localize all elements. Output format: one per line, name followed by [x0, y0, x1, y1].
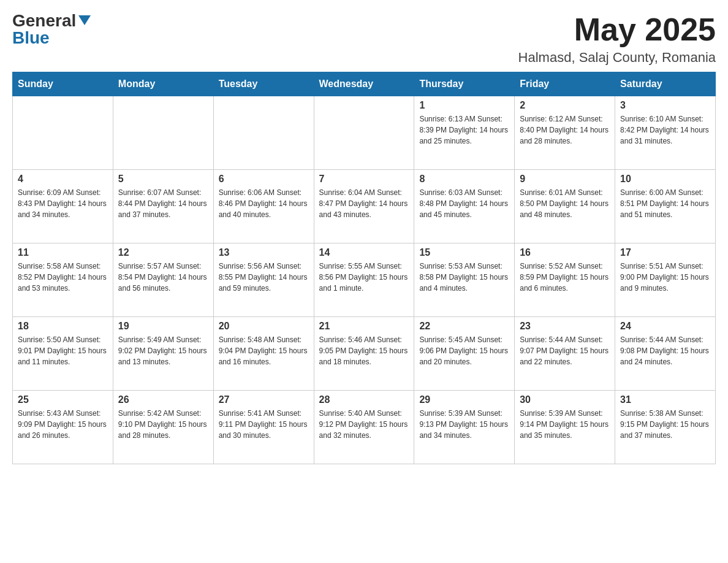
day-number: 31 [620, 394, 710, 405]
calendar-cell: 6Sunrise: 6:06 AM Sunset: 8:46 PM Daylig… [213, 170, 314, 243]
day-number: 9 [520, 174, 610, 185]
day-info: Sunrise: 5:38 AM Sunset: 9:15 PM Dayligh… [620, 408, 710, 441]
calendar-cell [13, 96, 113, 170]
day-info: Sunrise: 6:12 AM Sunset: 8:40 PM Dayligh… [520, 113, 610, 147]
calendar-cell: 31Sunrise: 5:38 AM Sunset: 9:15 PM Dayli… [615, 391, 716, 464]
logo: General Blue [12, 12, 91, 47]
day-number: 18 [18, 321, 108, 332]
weekday-header-wednesday: Wednesday [314, 72, 414, 96]
day-number: 25 [18, 394, 108, 405]
day-info: Sunrise: 5:42 AM Sunset: 9:10 PM Dayligh… [118, 408, 208, 441]
day-info: Sunrise: 5:43 AM Sunset: 9:09 PM Dayligh… [18, 408, 108, 441]
day-info: Sunrise: 5:51 AM Sunset: 9:00 PM Dayligh… [620, 261, 710, 294]
calendar-cell: 30Sunrise: 5:39 AM Sunset: 9:14 PM Dayli… [515, 391, 615, 464]
calendar-cell: 20Sunrise: 5:48 AM Sunset: 9:04 PM Dayli… [213, 317, 314, 391]
day-number: 26 [118, 394, 208, 405]
day-info: Sunrise: 5:55 AM Sunset: 8:56 PM Dayligh… [319, 261, 409, 294]
day-info: Sunrise: 5:56 AM Sunset: 8:55 PM Dayligh… [219, 261, 309, 294]
title-block: May 2025 Halmasd, Salaj County, Romania [518, 12, 716, 66]
calendar-cell: 5Sunrise: 6:07 AM Sunset: 8:44 PM Daylig… [113, 170, 213, 243]
day-number: 22 [419, 321, 509, 332]
calendar-cell: 4Sunrise: 6:09 AM Sunset: 8:43 PM Daylig… [13, 170, 113, 243]
day-number: 7 [319, 174, 409, 185]
calendar-cell: 23Sunrise: 5:44 AM Sunset: 9:07 PM Dayli… [515, 317, 615, 391]
day-number: 27 [219, 394, 309, 405]
day-number: 1 [419, 100, 509, 111]
day-info: Sunrise: 5:52 AM Sunset: 8:59 PM Dayligh… [520, 261, 610, 294]
day-info: Sunrise: 5:48 AM Sunset: 9:04 PM Dayligh… [219, 334, 309, 367]
calendar-table: SundayMondayTuesdayWednesdayThursdayFrid… [12, 72, 716, 464]
calendar-cell: 8Sunrise: 6:03 AM Sunset: 8:48 PM Daylig… [414, 170, 515, 243]
calendar-week-row: 1Sunrise: 6:13 AM Sunset: 8:39 PM Daylig… [13, 96, 716, 170]
day-number: 11 [18, 247, 108, 258]
calendar-week-row: 4Sunrise: 6:09 AM Sunset: 8:43 PM Daylig… [13, 170, 716, 243]
logo-triangle-icon [78, 15, 91, 25]
day-info: Sunrise: 5:40 AM Sunset: 9:12 PM Dayligh… [319, 408, 409, 441]
day-info: Sunrise: 5:45 AM Sunset: 9:06 PM Dayligh… [419, 334, 509, 367]
weekday-header-sunday: Sunday [13, 72, 113, 96]
day-number: 24 [620, 321, 710, 332]
day-number: 8 [419, 174, 509, 185]
day-number: 29 [419, 394, 509, 405]
day-info: Sunrise: 6:03 AM Sunset: 8:48 PM Dayligh… [419, 187, 509, 220]
calendar-cell: 22Sunrise: 5:45 AM Sunset: 9:06 PM Dayli… [414, 317, 515, 391]
day-number: 17 [620, 247, 710, 258]
calendar-week-row: 18Sunrise: 5:50 AM Sunset: 9:01 PM Dayli… [13, 317, 716, 391]
logo-blue-text: Blue [12, 29, 50, 47]
day-number: 20 [219, 321, 309, 332]
calendar-cell: 18Sunrise: 5:50 AM Sunset: 9:01 PM Dayli… [13, 317, 113, 391]
calendar-week-row: 25Sunrise: 5:43 AM Sunset: 9:09 PM Dayli… [13, 391, 716, 464]
calendar-cell [314, 96, 414, 170]
day-number: 19 [118, 321, 208, 332]
weekday-header-tuesday: Tuesday [213, 72, 314, 96]
weekday-header-row: SundayMondayTuesdayWednesdayThursdayFrid… [13, 72, 716, 96]
calendar-cell: 27Sunrise: 5:41 AM Sunset: 9:11 PM Dayli… [213, 391, 314, 464]
day-number: 3 [620, 100, 710, 111]
calendar-cell: 19Sunrise: 5:49 AM Sunset: 9:02 PM Dayli… [113, 317, 213, 391]
logo-general-text: General [12, 12, 76, 29]
calendar-cell: 16Sunrise: 5:52 AM Sunset: 8:59 PM Dayli… [515, 243, 615, 317]
day-info: Sunrise: 6:07 AM Sunset: 8:44 PM Dayligh… [118, 187, 208, 220]
calendar-cell: 28Sunrise: 5:40 AM Sunset: 9:12 PM Dayli… [314, 391, 414, 464]
day-number: 2 [520, 100, 610, 111]
day-number: 4 [18, 174, 108, 185]
day-info: Sunrise: 6:01 AM Sunset: 8:50 PM Dayligh… [520, 187, 610, 220]
weekday-header-monday: Monday [113, 72, 213, 96]
day-number: 23 [520, 321, 610, 332]
calendar-cell: 15Sunrise: 5:53 AM Sunset: 8:58 PM Dayli… [414, 243, 515, 317]
weekday-header-thursday: Thursday [414, 72, 515, 96]
calendar-cell: 12Sunrise: 5:57 AM Sunset: 8:54 PM Dayli… [113, 243, 213, 317]
day-info: Sunrise: 5:44 AM Sunset: 9:08 PM Dayligh… [620, 334, 710, 367]
day-info: Sunrise: 6:09 AM Sunset: 8:43 PM Dayligh… [18, 187, 108, 220]
weekday-header-saturday: Saturday [615, 72, 716, 96]
calendar-cell: 26Sunrise: 5:42 AM Sunset: 9:10 PM Dayli… [113, 391, 213, 464]
calendar-cell: 13Sunrise: 5:56 AM Sunset: 8:55 PM Dayli… [213, 243, 314, 317]
day-number: 14 [319, 247, 409, 258]
day-info: Sunrise: 5:39 AM Sunset: 9:14 PM Dayligh… [520, 408, 610, 441]
day-info: Sunrise: 5:46 AM Sunset: 9:05 PM Dayligh… [319, 334, 409, 367]
weekday-header-friday: Friday [515, 72, 615, 96]
day-info: Sunrise: 5:44 AM Sunset: 9:07 PM Dayligh… [520, 334, 610, 367]
calendar-week-row: 11Sunrise: 5:58 AM Sunset: 8:52 PM Dayli… [13, 243, 716, 317]
day-number: 16 [520, 247, 610, 258]
day-number: 10 [620, 174, 710, 185]
day-info: Sunrise: 5:53 AM Sunset: 8:58 PM Dayligh… [419, 261, 509, 294]
day-number: 15 [419, 247, 509, 258]
day-info: Sunrise: 5:50 AM Sunset: 9:01 PM Dayligh… [18, 334, 108, 367]
calendar-cell: 21Sunrise: 5:46 AM Sunset: 9:05 PM Dayli… [314, 317, 414, 391]
calendar-cell: 25Sunrise: 5:43 AM Sunset: 9:09 PM Dayli… [13, 391, 113, 464]
day-number: 13 [219, 247, 309, 258]
day-number: 5 [118, 174, 208, 185]
day-info: Sunrise: 6:06 AM Sunset: 8:46 PM Dayligh… [219, 187, 309, 220]
calendar-cell: 29Sunrise: 5:39 AM Sunset: 9:13 PM Dayli… [414, 391, 515, 464]
day-info: Sunrise: 5:57 AM Sunset: 8:54 PM Dayligh… [118, 261, 208, 294]
day-number: 21 [319, 321, 409, 332]
day-info: Sunrise: 5:41 AM Sunset: 9:11 PM Dayligh… [219, 408, 309, 441]
day-info: Sunrise: 5:49 AM Sunset: 9:02 PM Dayligh… [118, 334, 208, 367]
calendar-cell: 9Sunrise: 6:01 AM Sunset: 8:50 PM Daylig… [515, 170, 615, 243]
day-number: 30 [520, 394, 610, 405]
calendar-cell [113, 96, 213, 170]
day-number: 28 [319, 394, 409, 405]
day-info: Sunrise: 6:10 AM Sunset: 8:42 PM Dayligh… [620, 113, 710, 147]
page-header: General Blue May 2025 Halmasd, Salaj Cou… [12, 12, 716, 66]
